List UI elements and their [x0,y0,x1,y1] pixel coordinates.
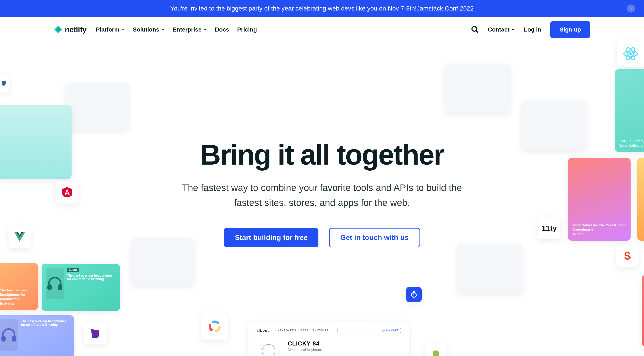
stopwatch-icon [410,290,418,298]
nav-right: Contact Log in Sign up [471,21,590,38]
chevron-down-icon [121,28,125,32]
svg-point-11 [629,52,632,55]
shopify-tile [425,344,447,356]
svg-rect-5 [2,336,5,341]
headphones-image [46,268,64,299]
placeholder-tile [458,244,522,293]
datadog-icon [89,327,102,340]
sanity-icon: S [624,250,631,262]
headphones-image [0,319,18,351]
postgres-tile [0,75,10,92]
mock-cart-label: MY CART [386,329,398,332]
nav-item-label: Docs [215,26,229,33]
mock-product-title: CLICKY-84 [288,340,401,347]
hero-subtitle: The fastest way to combine your favorite… [176,180,468,210]
nav-item-label: Platform [96,26,120,33]
stopwatch-tile [406,287,422,302]
signup-button[interactable]: Sign up [550,21,590,38]
chevron-down-icon [203,28,207,32]
placeholder-tile [445,64,510,113]
chevron-down-icon [161,28,165,32]
teal-promo-card: S&G Fall Ready-to-Wear Collection [615,69,644,152]
react-tile [617,40,644,67]
start-building-button[interactable]: Start building for free [224,228,318,247]
svg-rect-3 [48,285,51,290]
svg-point-2 [472,26,476,31]
mock-tab: CAPS [300,329,308,332]
announcement-banner: You're invited to the biggest party of t… [0,0,644,17]
nav-item-label: Enterprise [173,26,202,33]
svg-rect-4 [58,285,62,290]
nav-item-label: Contact [488,26,510,33]
placeholder-tile [66,83,129,130]
search-icon[interactable] [471,26,479,34]
headphones-card-orange: The best over-ear headphones for comfort… [0,263,38,310]
headphones-card-teal: AUDIO The best over-ear headphones for c… [42,264,120,311]
mock-tab: KEYBOARDS [278,329,296,332]
main-nav: netlify Platform Solutions Enterprise Do… [0,17,644,42]
banner-close-button[interactable] [627,4,635,12]
logo-text: netlify [65,25,86,34]
logo[interactable]: netlify [54,25,86,34]
postgresql-icon [0,78,8,89]
svg-rect-6 [12,336,16,341]
card-title: The best over-ear headphones for comfort… [21,319,70,326]
card-tag: AUDIO [67,268,78,272]
react-icon [622,46,639,62]
datadog-tile [84,322,106,344]
card-text: The best over-ear headphones for comfort… [0,288,34,306]
nav-enterprise[interactable]: Enterprise [173,26,207,33]
shopify-icon [430,349,442,356]
nav-platform[interactable]: Platform [96,26,125,33]
contentful-tile [201,313,228,340]
mock-product-subtitle: Mechanical Keyboard [288,348,401,352]
mock-search [338,328,371,334]
nav-solutions[interactable]: Solutions [133,26,164,33]
banner-link[interactable]: Jamstack Conf 2022 [416,5,474,12]
mock-cart: 🛒 MY CART [380,328,401,333]
mock-brand: alt/opt [256,328,269,332]
card-title: The best over-ear headphones for comfort… [67,274,116,281]
nav-item-label: Solutions [133,26,159,33]
headphones-card-purple: The best over-ear headphones for comfort… [0,315,74,356]
hero-ctas: Start building for free Get in touch wit… [0,228,644,247]
nav-links: Platform Solutions Enterprise Docs Prici… [96,26,257,33]
close-icon [629,6,633,10]
keyboard-mock-tile: alt/opt KEYBOARDS CAPS SWITCHES 🛒 MY CAR… [248,322,409,356]
nav-docs[interactable]: Docs [215,26,229,33]
hero: Bring it all together The fastest way to… [0,140,644,247]
hero-title: Bring it all together [0,140,644,169]
sanity-tile: S [616,245,639,267]
nav-contact[interactable]: Contact [488,26,515,33]
mock-badge [262,344,275,356]
nav-item-label: Log in [524,26,541,33]
netlify-logo-icon [54,25,62,34]
mock-tab: SWITCHES [312,329,328,332]
nav-item-label: Pricing [237,26,257,33]
nav-pricing[interactable]: Pricing [237,26,257,33]
banner-text: You're invited to the biggest party of t… [170,5,417,12]
chevron-down-icon [511,28,515,32]
get-in-touch-button[interactable]: Get in touch with us [329,228,420,247]
red-side-card [642,275,644,346]
nav-login[interactable]: Log in [524,26,541,33]
contentful-icon [208,319,222,334]
